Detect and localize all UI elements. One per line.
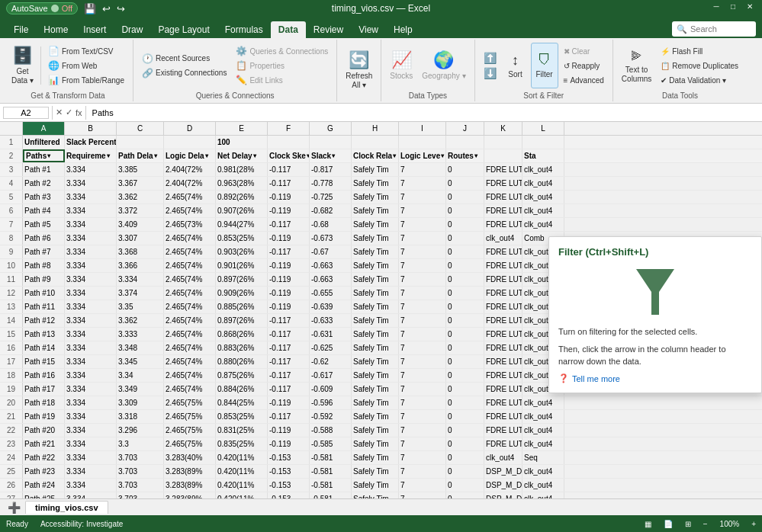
cell[interactable]: 3.283(89%	[164, 479, 216, 492]
cell[interactable]: -0.673	[310, 232, 352, 245]
cell[interactable]: Seq	[522, 451, 564, 464]
cell[interactable]: 0.880(26%	[216, 355, 268, 368]
cell[interactable]: 2.465(74%	[164, 355, 216, 368]
cell[interactable]: -0.592	[310, 410, 352, 423]
cell[interactable]: -0.153	[268, 465, 310, 478]
cell[interactable]: 3.334	[65, 383, 117, 396]
cell[interactable]: Path #20	[23, 424, 65, 437]
cell[interactable]: -0.117	[268, 218, 310, 231]
cell[interactable]: 2.404(72%	[164, 163, 216, 176]
cell[interactable]: 0	[446, 273, 484, 286]
cell[interactable]: 7	[399, 383, 446, 396]
cell[interactable]	[399, 136, 446, 149]
cell[interactable]: -0.663	[310, 259, 352, 272]
tell-me-more-link[interactable]: ❓ Tell me more	[558, 373, 752, 383]
tab-page-layout[interactable]: Page Layout	[150, 21, 217, 38]
tab-draw[interactable]: Draw	[114, 21, 150, 38]
insert-function-icon[interactable]: fx	[76, 108, 82, 117]
cell[interactable]: Safely Tim	[352, 191, 399, 204]
cell[interactable]: 3.318	[117, 410, 164, 423]
cell[interactable]: 0.844(25%	[216, 396, 268, 409]
cell[interactable]: 0.944(27%	[216, 218, 268, 231]
col-header-C[interactable]: C	[117, 122, 164, 135]
cell[interactable]	[446, 136, 484, 149]
cell[interactable]: Path #3	[23, 191, 65, 204]
sort-button[interactable]: ↕️ Sort	[502, 43, 529, 88]
cell[interactable]: 0	[446, 287, 484, 300]
cell[interactable]: 7	[399, 245, 446, 258]
cell[interactable]: FDRE LUT	[484, 369, 522, 382]
cell[interactable]: clk_out4	[522, 410, 564, 423]
cell[interactable]: -0.581	[310, 465, 352, 478]
cell[interactable]: 3.368	[117, 245, 164, 258]
cell[interactable]: clk_out4	[522, 424, 564, 437]
col-header-E[interactable]: E	[216, 122, 268, 135]
cell[interactable]: Safely Tim	[352, 410, 399, 423]
cell[interactable]: 7	[399, 369, 446, 382]
cell[interactable]: Safely Tim	[352, 465, 399, 478]
cell[interactable]: -0.119	[268, 204, 310, 217]
cell[interactable]: -0.117	[268, 341, 310, 354]
cell[interactable]: Path #5	[23, 218, 65, 231]
cell[interactable]: 0.875(26%	[216, 369, 268, 382]
flash-fill-button[interactable]: ⚡ Flash Fill	[657, 44, 742, 58]
cell[interactable]: clk_out4	[484, 451, 522, 464]
cell[interactable]: 7	[399, 465, 446, 478]
cell[interactable]: Safely Tim	[352, 204, 399, 217]
cell[interactable]: Safely Tim	[352, 232, 399, 245]
cell[interactable]: 3.334	[65, 245, 117, 258]
cell[interactable]: 0.963(28%	[216, 177, 268, 190]
redo-icon[interactable]: ↪	[117, 3, 125, 14]
cell[interactable]: Path #19	[23, 410, 65, 423]
cell[interactable]: FDRE LUT	[484, 204, 522, 217]
reapply-button[interactable]: ↺ Reapply	[560, 59, 608, 72]
cell[interactable]: Safely Tim	[352, 396, 399, 409]
cell[interactable]: -0.153	[268, 451, 310, 464]
cell[interactable]: 2.465(74%	[164, 273, 216, 286]
cell[interactable]: Slack▾	[310, 149, 352, 162]
cell[interactable]: Path #2	[23, 177, 65, 190]
cell[interactable]: -0.67	[310, 245, 352, 258]
cell[interactable]: -0.585	[310, 437, 352, 450]
from-table-button[interactable]: 📊 From Table/Range	[44, 73, 128, 87]
cell[interactable]: 0	[446, 232, 484, 245]
cell[interactable]: 2.465(74%	[164, 191, 216, 204]
cell[interactable]: clk_out4	[484, 232, 522, 245]
cell[interactable]: Clock Ske▾	[268, 149, 310, 162]
cell[interactable]: 3.703	[117, 451, 164, 464]
cell[interactable]	[164, 136, 216, 149]
cell[interactable]: 2.465(75%	[164, 396, 216, 409]
cell[interactable]: 0	[446, 451, 484, 464]
tab-home[interactable]: Home	[36, 21, 76, 38]
cell[interactable]: Path #18	[23, 396, 65, 409]
cell[interactable]: 100	[216, 136, 268, 149]
cell[interactable]: 3.385	[117, 163, 164, 176]
name-box[interactable]	[3, 107, 49, 119]
cell[interactable]: clk_out4	[522, 177, 564, 190]
cell[interactable]: -0.119	[268, 287, 310, 300]
cell[interactable]: 0	[446, 300, 484, 313]
cell[interactable]: 7	[399, 479, 446, 492]
search-input[interactable]	[690, 24, 751, 34]
view-normal-icon[interactable]: ▦	[645, 520, 651, 528]
cell[interactable]: 3.334	[65, 259, 117, 272]
tab-review[interactable]: Review	[306, 21, 351, 38]
cell[interactable]: 3.334	[65, 218, 117, 231]
cell[interactable]: Safely Tim	[352, 369, 399, 382]
cell[interactable]: Unfiltered	[23, 136, 65, 149]
cell[interactable]: Safely Tim	[352, 341, 399, 354]
cell[interactable]: FDRE LUT	[484, 314, 522, 327]
col-header-G[interactable]: G	[310, 122, 352, 135]
cell[interactable]: 3.348	[117, 341, 164, 354]
cell[interactable]: Path #4	[23, 204, 65, 217]
cell[interactable]: 3.334	[65, 287, 117, 300]
cell[interactable]: Slack Percentage	[65, 136, 117, 149]
cell[interactable]: 3.334	[65, 177, 117, 190]
cell[interactable]	[484, 136, 522, 149]
recent-sources-button[interactable]: 🕐 Recent Sources	[138, 52, 230, 66]
cell[interactable]	[484, 149, 522, 162]
cell[interactable]: 0.883(26%	[216, 341, 268, 354]
cell[interactable]: FDRE LUT	[484, 191, 522, 204]
cell[interactable]: -0.117	[268, 245, 310, 258]
cell[interactable]: 3.703	[117, 465, 164, 478]
